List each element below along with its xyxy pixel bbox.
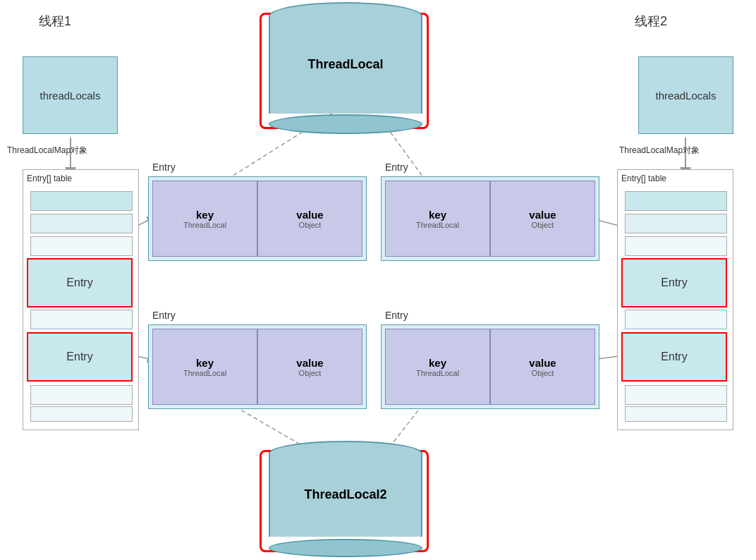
thread2-entry1-label: Entry xyxy=(661,276,687,289)
threadlocal1-border: ThreadLocal xyxy=(260,13,429,129)
entry-detail-tr-title: Entry xyxy=(385,162,408,173)
entry-detail-tr-value: value Object xyxy=(490,181,595,257)
threadlocal1-label: ThreadLocal xyxy=(307,57,383,72)
threadlocal2-border: ThreadLocal2 xyxy=(260,450,429,552)
entry-detail-tr-entry-label: Entry xyxy=(385,162,408,173)
thread2-map-row3 xyxy=(625,236,727,256)
thread2-map-row2 xyxy=(625,214,727,233)
threadlocal1-body: ThreadLocal xyxy=(269,15,422,114)
thread2-entry2-label: Entry xyxy=(661,351,687,363)
entry-detail-tr: Entry key ThreadLocal value Object xyxy=(381,176,599,261)
entry-detail-tl-value-label: value xyxy=(296,209,323,221)
thread1-map-row4 xyxy=(30,310,133,329)
thread1-entry2-box: Entry xyxy=(27,332,133,382)
entry-detail-tr-key: key ThreadLocal xyxy=(385,181,490,257)
entry-detail-tl-key-label: key xyxy=(196,209,214,221)
thread1-map-row5 xyxy=(30,385,133,405)
thread1-map-row3 xyxy=(30,236,133,256)
entry-detail-br: Entry key ThreadLocal value Object xyxy=(381,324,599,409)
diagram-container: 线程1 线程2 threadLocals ThreadLocalMap对象 En… xyxy=(0,0,756,560)
entry-detail-tl-threadlocal-sub: ThreadLocal xyxy=(183,221,226,229)
entry-detail-br-key-label: key xyxy=(429,357,446,369)
entry-detail-br-object-sub: Object xyxy=(532,369,554,377)
thread1-map-row6 xyxy=(30,406,133,422)
entry-detail-tr-object-sub: Object xyxy=(532,221,554,229)
thread1-entry1-label: Entry xyxy=(66,276,92,289)
thread2-label: 线程2 xyxy=(635,13,667,30)
thread1-entry1-box: Entry xyxy=(27,258,133,308)
thread2-table-label: Entry[] table xyxy=(621,174,736,183)
entry-detail-tl-entry-label: Entry xyxy=(152,162,176,173)
entry-detail-tl-title: Entry xyxy=(152,162,176,173)
thread1-threadlocals-label: threadLocals xyxy=(40,90,101,102)
entry-detail-br-value: value Object xyxy=(490,329,595,405)
entry-detail-bl-key-label: key xyxy=(196,357,214,369)
entry-detail-bl-key: key ThreadLocal xyxy=(152,329,257,405)
entry-detail-br-key: key ThreadLocal xyxy=(385,329,490,405)
thread2-map-row6 xyxy=(625,406,727,422)
thread2-entry1-box: Entry xyxy=(621,258,727,308)
thread1-table-label: Entry[] table xyxy=(27,174,142,183)
thread1-map-label: ThreadLocalMap对象 xyxy=(7,145,87,157)
threadlocal2-bottom-ellipse xyxy=(269,539,422,557)
entry-detail-br-entry-label: Entry xyxy=(385,310,408,321)
thread2-threadlocals-box: threadLocals xyxy=(638,56,733,134)
thread2-threadlocals-label: threadLocals xyxy=(656,90,717,102)
entry-detail-tr-threadlocal-sub: ThreadLocal xyxy=(416,221,459,229)
entry-detail-bl-entry-label: Entry xyxy=(152,310,176,321)
threadlocal2-label: ThreadLocal2 xyxy=(304,487,386,502)
entry-detail-bl-title: Entry xyxy=(152,310,176,321)
thread1-entry2-label: Entry xyxy=(66,351,92,363)
entry-detail-br-value-label: value xyxy=(529,357,556,369)
entry-detail-bl-value-label: value xyxy=(296,357,323,369)
threadlocal2-body: ThreadLocal2 xyxy=(269,452,422,537)
threadlocal1-bottom-ellipse xyxy=(269,114,422,134)
entry-detail-bl-object-sub: Object xyxy=(299,369,322,377)
thread1-map-row1 xyxy=(30,191,133,211)
entry-detail-tr-key-label: key xyxy=(429,209,446,221)
thread2-map-box: Entry[] table Entry Entry xyxy=(617,169,733,430)
entry-detail-tl-value: value Object xyxy=(257,181,362,257)
thread1-label: 线程1 xyxy=(39,13,71,30)
thread2-map-row4 xyxy=(625,310,727,329)
thread2-entry2-box: Entry xyxy=(621,332,727,382)
entry-detail-tl: Entry key ThreadLocal value Object xyxy=(148,176,367,261)
entry-detail-tl-key: key ThreadLocal xyxy=(152,181,257,257)
entry-detail-tl-object-sub: Object xyxy=(299,221,322,229)
entry-detail-br-threadlocal-sub: ThreadLocal xyxy=(416,369,459,377)
thread2-map-row1 xyxy=(625,191,727,211)
thread1-threadlocals-box: threadLocals xyxy=(23,56,118,134)
entry-detail-bl-threadlocal-sub: ThreadLocal xyxy=(183,369,226,377)
thread2-map-label: ThreadLocalMap对象 xyxy=(619,145,700,157)
thread1-map-box: Entry[] table Entry Entry xyxy=(23,169,139,430)
thread2-map-row5 xyxy=(625,385,727,405)
thread1-map-row2 xyxy=(30,214,133,233)
entry-detail-br-title: Entry xyxy=(385,310,408,321)
entry-detail-tr-value-label: value xyxy=(529,209,556,221)
entry-detail-bl-value: value Object xyxy=(257,329,362,405)
entry-detail-bl: Entry key ThreadLocal value Object xyxy=(148,324,367,409)
